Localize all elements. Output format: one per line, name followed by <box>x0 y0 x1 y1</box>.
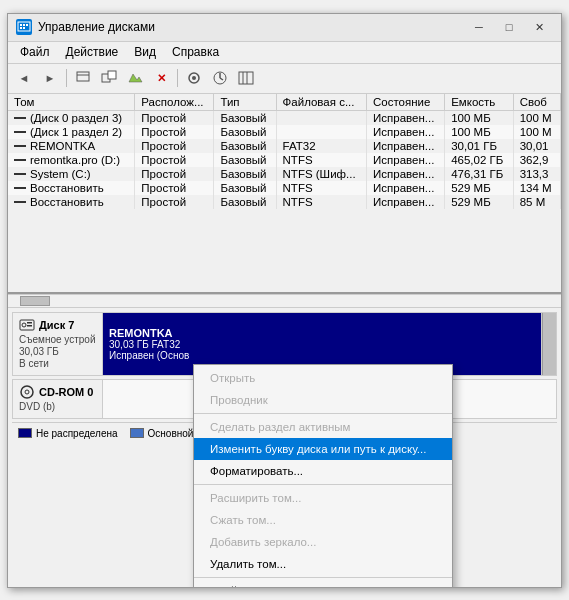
scrollbar-thumb[interactable] <box>20 296 50 306</box>
toolbar-btn-5[interactable] <box>208 67 232 89</box>
partition-name: REMONTKA <box>109 327 535 339</box>
svg-rect-0 <box>18 22 30 31</box>
cell-fs: NTFS (Шиф... <box>276 167 366 181</box>
toolbar-btn-4[interactable] <box>182 67 206 89</box>
cell-capacity: 465,02 ГБ <box>445 153 513 167</box>
volume-table: Том Располож... Тип Файловая с... Состоя… <box>8 94 561 209</box>
maximize-button[interactable]: □ <box>495 17 523 37</box>
ctx-item-------[interactable]: Изменить букву диска или путь к диску... <box>194 438 452 460</box>
table-row[interactable]: (Диск 1 раздел 2) Простой Базовый Исправ… <box>8 125 561 139</box>
disk-7-status: В сети <box>19 358 96 369</box>
ctx-item-: Проводник <box>194 389 452 411</box>
cell-razm: Простой <box>135 181 214 195</box>
table-row[interactable]: REMONTKA Простой Базовый FAT32 Исправен.… <box>8 139 561 153</box>
cell-capacity: 529 МБ <box>445 181 513 195</box>
cell-razm: Простой <box>135 139 214 153</box>
col-state[interactable]: Состояние <box>367 94 445 111</box>
ctx-item--: Добавить зеркало... <box>194 531 452 553</box>
ctx-item-[interactable]: Форматировать... <box>194 460 452 482</box>
col-razm[interactable]: Располож... <box>135 94 214 111</box>
menu-action[interactable]: Действие <box>58 43 127 61</box>
cell-state: Исправен... <box>367 153 445 167</box>
toolbar-btn-6[interactable] <box>234 67 258 89</box>
partition-size: 30,03 ГБ FAT32 <box>109 339 535 350</box>
ctx-item--[interactable]: Удалить том... <box>194 553 452 575</box>
cell-type: Базовый <box>214 139 276 153</box>
toolbar: ◄ ► ✕ <box>8 64 561 94</box>
svg-point-11 <box>192 76 196 80</box>
close-button[interactable]: ✕ <box>525 17 553 37</box>
cell-type: Базовый <box>214 167 276 181</box>
cell-free: 134 М <box>513 181 560 195</box>
cell-razm: Простой <box>135 125 214 139</box>
cell-capacity: 476,31 ГБ <box>445 167 513 181</box>
ctx-item--: Расширить том... <box>194 487 452 509</box>
table-row[interactable]: remontka.pro (D:) Простой Базовый NTFS И… <box>8 153 561 167</box>
col-tom[interactable]: Том <box>8 94 135 111</box>
cell-tom: remontka.pro (D:) <box>8 153 135 167</box>
svg-rect-21 <box>27 325 32 327</box>
col-fs[interactable]: Файловая с... <box>276 94 366 111</box>
cdrom-icon <box>19 384 35 400</box>
ctx-separator <box>194 484 452 485</box>
cell-fs: NTFS <box>276 195 366 209</box>
cell-fs <box>276 110 366 125</box>
legend-unallocated: Не распределена <box>18 428 118 439</box>
cell-state: Исправен... <box>367 110 445 125</box>
cell-tom: Восстановить <box>8 181 135 195</box>
scrollbar-track <box>50 296 559 306</box>
legend-unallocated-label: Не распределена <box>36 428 118 439</box>
cell-tom: REMONTKA <box>8 139 135 153</box>
cell-tom: Восстановить <box>8 195 135 209</box>
col-free[interactable]: Своб <box>513 94 560 111</box>
toolbar-btn-2[interactable] <box>97 67 121 89</box>
cell-razm: Простой <box>135 167 214 181</box>
cell-free: 100 М <box>513 110 560 125</box>
col-capacity[interactable]: Емкость <box>445 94 513 111</box>
col-type[interactable]: Тип <box>214 94 276 111</box>
disk-7-info: Диск 7 Съемное устрой 30,03 ГБ В сети <box>13 313 103 375</box>
cell-fs: NTFS <box>276 153 366 167</box>
table-row[interactable]: Восстановить Простой Базовый NTFS Исправ… <box>8 181 561 195</box>
cell-razm: Простой <box>135 195 214 209</box>
toolbar-btn-delete[interactable]: ✕ <box>149 67 173 89</box>
cell-capacity: 100 МБ <box>445 125 513 139</box>
legend-primary-box <box>130 428 144 438</box>
cell-razm: Простой <box>135 153 214 167</box>
cell-free: 362,9 <box>513 153 560 167</box>
menu-view[interactable]: Вид <box>126 43 164 61</box>
table-row[interactable]: System (C:) Простой Базовый NTFS (Шиф...… <box>8 167 561 181</box>
disk-7-size: 30,03 ГБ <box>19 346 96 357</box>
table-row[interactable]: Восстановить Простой Базовый NTFS Исправ… <box>8 195 561 209</box>
ctx-item-: Открыть <box>194 367 452 389</box>
cell-tom: (Диск 1 раздел 2) <box>8 125 135 139</box>
disk-7-scrollbar[interactable] <box>542 313 556 375</box>
volume-table-area[interactable]: Том Располож... Тип Файловая с... Состоя… <box>8 94 561 294</box>
svg-rect-6 <box>77 72 89 81</box>
ctx-separator <box>194 413 452 414</box>
toolbar-btn-1[interactable] <box>71 67 95 89</box>
minimize-button[interactable]: ─ <box>465 17 493 37</box>
toolbar-btn-3[interactable] <box>123 67 147 89</box>
cell-capacity: 30,01 ГБ <box>445 139 513 153</box>
menu-help[interactable]: Справка <box>164 43 227 61</box>
disk-7-type: Съемное устрой <box>19 334 96 345</box>
svg-rect-1 <box>20 24 22 26</box>
cell-type: Базовый <box>214 195 276 209</box>
back-button[interactable]: ◄ <box>12 67 36 89</box>
menu-file[interactable]: Файл <box>12 43 58 61</box>
cell-tom: System (C:) <box>8 167 135 181</box>
table-row[interactable]: (Диск 0 раздел 3) Простой Базовый Исправ… <box>8 110 561 125</box>
cell-state: Исправен... <box>367 125 445 139</box>
main-content: Том Располож... Тип Файловая с... Состоя… <box>8 94 561 587</box>
svg-line-14 <box>220 78 223 80</box>
cell-state: Исправен... <box>367 167 445 181</box>
cell-capacity: 529 МБ <box>445 195 513 209</box>
forward-button[interactable]: ► <box>38 67 62 89</box>
cell-type: Базовый <box>214 153 276 167</box>
cell-type: Базовый <box>214 125 276 139</box>
horizontal-scrollbar[interactable] <box>8 294 561 308</box>
cell-fs <box>276 125 366 139</box>
ctx-item-[interactable]: Свойства <box>194 580 452 587</box>
svg-point-23 <box>25 390 29 394</box>
